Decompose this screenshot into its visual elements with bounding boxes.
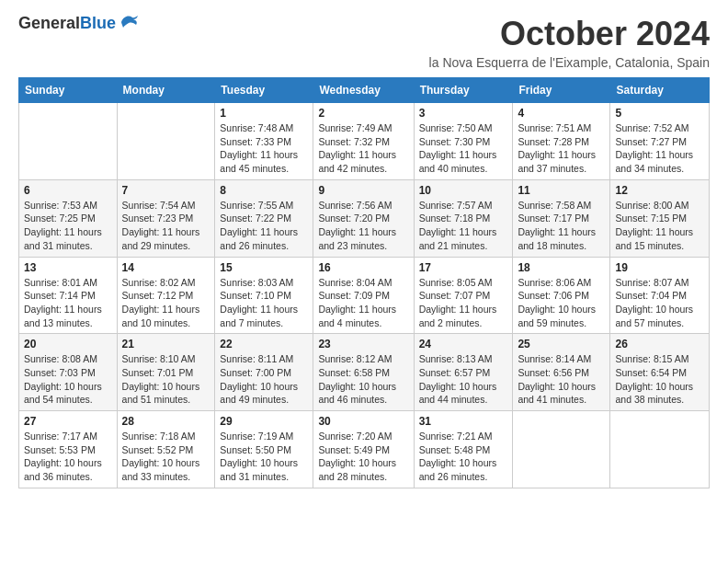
week-row-5: 27Sunrise: 7:17 AMSunset: 5:53 PMDayligh…	[19, 411, 710, 488]
day-detail: Sunrise: 8:08 AMSunset: 7:03 PMDaylight:…	[24, 352, 112, 407]
week-row-3: 13Sunrise: 8:01 AMSunset: 7:14 PMDayligh…	[19, 257, 710, 334]
calendar-cell: 21Sunrise: 8:10 AMSunset: 7:01 PMDayligh…	[117, 334, 215, 411]
day-number: 17	[419, 261, 508, 274]
weekday-header-saturday: Saturday	[610, 78, 710, 103]
week-row-2: 6Sunrise: 7:53 AMSunset: 7:25 PMDaylight…	[19, 179, 710, 257]
day-detail: Sunrise: 7:57 AMSunset: 7:18 PMDaylight:…	[419, 199, 508, 253]
day-detail: Sunrise: 7:17 AMSunset: 5:53 PMDaylight:…	[24, 430, 112, 484]
day-detail: Sunrise: 8:07 AMSunset: 7:04 PMDaylight:…	[615, 276, 704, 330]
calendar-cell: 5Sunrise: 7:52 AMSunset: 7:27 PMDaylight…	[610, 103, 710, 180]
logo-text: GeneralBlue	[18, 15, 116, 33]
day-number: 5	[615, 107, 704, 120]
day-detail: Sunrise: 8:11 AMSunset: 7:00 PMDaylight:…	[220, 352, 308, 407]
calendar-cell	[19, 103, 118, 180]
calendar-cell: 8Sunrise: 7:55 AMSunset: 7:22 PMDaylight…	[215, 179, 313, 257]
day-number: 13	[24, 261, 112, 274]
day-number: 16	[318, 261, 408, 274]
day-detail: Sunrise: 7:51 AMSunset: 7:28 PMDaylight:…	[518, 121, 605, 176]
calendar-cell: 26Sunrise: 8:15 AMSunset: 6:54 PMDayligh…	[610, 334, 710, 411]
day-number: 26	[615, 338, 704, 350]
calendar-cell	[610, 411, 710, 488]
calendar-cell: 18Sunrise: 8:06 AMSunset: 7:06 PMDayligh…	[513, 257, 610, 334]
day-detail: Sunrise: 8:05 AMSunset: 7:07 PMDaylight:…	[419, 276, 508, 330]
day-number: 23	[318, 338, 408, 350]
day-detail: Sunrise: 7:52 AMSunset: 7:27 PMDaylight:…	[615, 121, 704, 176]
day-detail: Sunrise: 8:02 AMSunset: 7:12 PMDaylight:…	[122, 276, 210, 330]
day-number: 2	[318, 107, 408, 120]
day-number: 27	[24, 415, 112, 428]
calendar-cell: 27Sunrise: 7:17 AMSunset: 5:53 PMDayligh…	[19, 411, 118, 488]
calendar-cell: 29Sunrise: 7:19 AMSunset: 5:50 PMDayligh…	[215, 411, 313, 488]
weekday-header-monday: Monday	[117, 78, 215, 103]
calendar-cell: 4Sunrise: 7:51 AMSunset: 7:28 PMDaylight…	[513, 103, 610, 180]
day-detail: Sunrise: 7:50 AMSunset: 7:30 PMDaylight:…	[419, 121, 508, 176]
calendar-cell: 30Sunrise: 7:20 AMSunset: 5:49 PMDayligh…	[313, 411, 414, 488]
day-detail: Sunrise: 8:00 AMSunset: 7:15 PMDaylight:…	[615, 199, 704, 253]
day-number: 10	[419, 184, 508, 197]
calendar-cell: 13Sunrise: 8:01 AMSunset: 7:14 PMDayligh…	[19, 257, 118, 334]
calendar-cell: 2Sunrise: 7:49 AMSunset: 7:32 PMDaylight…	[313, 103, 414, 180]
day-detail: Sunrise: 8:12 AMSunset: 6:58 PMDaylight:…	[318, 352, 408, 407]
day-number: 19	[615, 261, 704, 274]
calendar-cell: 19Sunrise: 8:07 AMSunset: 7:04 PMDayligh…	[610, 257, 710, 334]
calendar-cell: 10Sunrise: 7:57 AMSunset: 7:18 PMDayligh…	[414, 179, 513, 257]
page-header: GeneralBlue October 2024 la Nova Esquerr…	[18, 15, 710, 70]
day-number: 14	[122, 261, 210, 274]
day-number: 25	[518, 338, 605, 350]
day-number: 18	[518, 261, 605, 274]
day-number: 21	[122, 338, 210, 350]
day-detail: Sunrise: 8:13 AMSunset: 6:57 PMDaylight:…	[419, 352, 508, 407]
day-detail: Sunrise: 8:03 AMSunset: 7:10 PMDaylight:…	[220, 276, 308, 330]
weekday-header-wednesday: Wednesday	[313, 78, 414, 103]
day-detail: Sunrise: 7:56 AMSunset: 7:20 PMDaylight:…	[318, 199, 408, 253]
logo: GeneralBlue	[18, 15, 140, 33]
day-number: 6	[24, 184, 112, 197]
day-number: 12	[615, 184, 704, 197]
day-number: 20	[24, 338, 112, 350]
day-number: 9	[318, 184, 408, 197]
week-row-4: 20Sunrise: 8:08 AMSunset: 7:03 PMDayligh…	[19, 334, 710, 411]
day-detail: Sunrise: 8:01 AMSunset: 7:14 PMDaylight:…	[24, 276, 112, 330]
day-detail: Sunrise: 7:20 AMSunset: 5:49 PMDaylight:…	[318, 430, 408, 484]
calendar-cell: 24Sunrise: 8:13 AMSunset: 6:57 PMDayligh…	[414, 334, 513, 411]
calendar-cell: 12Sunrise: 8:00 AMSunset: 7:15 PMDayligh…	[610, 179, 710, 257]
day-number: 1	[220, 107, 308, 120]
weekday-header-sunday: Sunday	[19, 78, 118, 103]
calendar-cell: 25Sunrise: 8:14 AMSunset: 6:56 PMDayligh…	[513, 334, 610, 411]
weekday-header-tuesday: Tuesday	[215, 78, 313, 103]
calendar-cell: 20Sunrise: 8:08 AMSunset: 7:03 PMDayligh…	[19, 334, 118, 411]
day-number: 11	[518, 184, 605, 197]
day-number: 15	[220, 261, 308, 274]
calendar-cell: 14Sunrise: 8:02 AMSunset: 7:12 PMDayligh…	[117, 257, 215, 334]
calendar-cell	[513, 411, 610, 488]
day-detail: Sunrise: 7:19 AMSunset: 5:50 PMDaylight:…	[220, 430, 308, 484]
day-number: 28	[122, 415, 210, 428]
day-number: 29	[220, 415, 308, 428]
weekday-header-thursday: Thursday	[414, 78, 513, 103]
day-detail: Sunrise: 7:48 AMSunset: 7:33 PMDaylight:…	[220, 121, 308, 176]
day-detail: Sunrise: 8:06 AMSunset: 7:06 PMDaylight:…	[518, 276, 605, 330]
day-number: 7	[122, 184, 210, 197]
day-number: 22	[220, 338, 308, 350]
calendar-cell: 16Sunrise: 8:04 AMSunset: 7:09 PMDayligh…	[313, 257, 414, 334]
calendar-table: SundayMondayTuesdayWednesdayThursdayFrid…	[18, 77, 710, 488]
calendar-cell: 23Sunrise: 8:12 AMSunset: 6:58 PMDayligh…	[313, 334, 414, 411]
weekday-header-row: SundayMondayTuesdayWednesdayThursdayFrid…	[19, 78, 710, 103]
weekday-header-friday: Friday	[513, 78, 610, 103]
day-detail: Sunrise: 8:15 AMSunset: 6:54 PMDaylight:…	[615, 352, 704, 407]
day-detail: Sunrise: 8:10 AMSunset: 7:01 PMDaylight:…	[122, 352, 210, 407]
day-number: 31	[419, 415, 508, 428]
day-detail: Sunrise: 8:04 AMSunset: 7:09 PMDaylight:…	[318, 276, 408, 330]
day-number: 30	[318, 415, 408, 428]
calendar-cell: 15Sunrise: 8:03 AMSunset: 7:10 PMDayligh…	[215, 257, 313, 334]
logo-bird-icon	[119, 15, 140, 31]
title-block: October 2024 la Nova Esquerra de l'Eixam…	[429, 15, 710, 70]
calendar-cell: 22Sunrise: 8:11 AMSunset: 7:00 PMDayligh…	[215, 334, 313, 411]
day-number: 3	[419, 107, 508, 120]
day-detail: Sunrise: 7:21 AMSunset: 5:48 PMDaylight:…	[419, 430, 508, 484]
month-title: October 2024	[429, 15, 710, 53]
calendar-cell: 28Sunrise: 7:18 AMSunset: 5:52 PMDayligh…	[117, 411, 215, 488]
day-detail: Sunrise: 8:14 AMSunset: 6:56 PMDaylight:…	[518, 352, 605, 407]
calendar-cell: 3Sunrise: 7:50 AMSunset: 7:30 PMDaylight…	[414, 103, 513, 180]
day-detail: Sunrise: 7:18 AMSunset: 5:52 PMDaylight:…	[122, 430, 210, 484]
